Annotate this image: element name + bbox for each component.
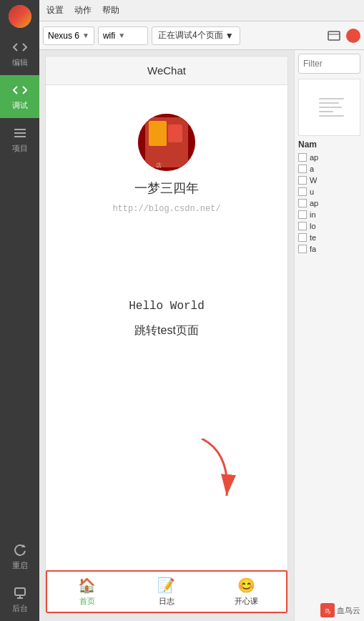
file-checkbox[interactable]: [298, 210, 307, 219]
debug-chevron: ▼: [225, 31, 234, 41]
backend-icon: [12, 585, 28, 601]
watermark-logo: 鸟: [320, 603, 335, 617]
sidebar-debug-label: 调试: [12, 100, 28, 111]
file-name: lo: [310, 222, 316, 230]
tab-home[interactable]: 🏠 首页: [47, 577, 127, 607]
preview-icon[interactable]: [325, 27, 343, 44]
home-icon: 🏠: [78, 577, 96, 594]
network-name: wifi: [103, 31, 115, 41]
watermark: 鸟 血鸟云: [320, 603, 360, 617]
sidebar-bottom: 重启 后台: [0, 535, 39, 621]
right-panel: Nam apaWuapinlotefa: [294, 50, 364, 621]
menu-actions[interactable]: 动作: [74, 4, 92, 16]
svg-rect-4: [15, 588, 25, 595]
menu-settings[interactable]: 设置: [46, 4, 64, 16]
svg-rect-11: [149, 121, 167, 146]
file-item[interactable]: ap: [296, 197, 363, 209]
thumbnail-preview: [298, 79, 360, 136]
filter-input[interactable]: [298, 54, 360, 74]
file-checkbox[interactable]: [298, 233, 307, 242]
file-item[interactable]: a: [296, 163, 363, 175]
svg-text:店: 店: [156, 162, 162, 169]
hello-world-text: Hello World: [129, 300, 205, 313]
file-name: a: [310, 165, 314, 173]
thumb-line-5: [319, 115, 344, 117]
menu-help[interactable]: 帮助: [102, 4, 119, 16]
jump-link-text[interactable]: 跳转test页面: [134, 323, 199, 338]
file-checkbox[interactable]: [298, 176, 307, 185]
network-selector[interactable]: wifi ▼: [98, 26, 148, 45]
debug-status-label: 正在调试4个页面: [158, 29, 223, 41]
file-item[interactable]: ap: [296, 152, 363, 163]
profile-url: http://blog.csdn.net/: [112, 204, 220, 214]
file-checkbox[interactable]: [298, 199, 307, 207]
phone-simulator: WeChat 店 一梦三四年: [45, 56, 288, 614]
sidebar-item-project[interactable]: 项目: [0, 118, 39, 161]
profile-avatar-image: 店: [138, 114, 195, 171]
file-item[interactable]: W: [296, 175, 363, 186]
file-checkbox[interactable]: [298, 165, 307, 173]
avatar-image: [9, 5, 31, 28]
thumb-line-2: [319, 102, 339, 104]
thumb-lines-container: [315, 94, 344, 120]
file-item[interactable]: u: [296, 186, 363, 197]
file-item[interactable]: fa: [296, 243, 363, 255]
top-menu-bar: 设置 动作 帮助: [39, 0, 364, 21]
sidebar-avatar-area: [0, 0, 39, 32]
thumb-line-1: [319, 98, 344, 99]
file-name: fa: [310, 245, 316, 253]
sidebar-item-restart[interactable]: 重启: [0, 535, 39, 578]
project-icon: [12, 125, 28, 141]
file-checkbox[interactable]: [298, 187, 307, 196]
tab-mindmap[interactable]: 😊 开心课: [207, 577, 286, 607]
file-name: ap: [310, 199, 318, 207]
avatar[interactable]: [9, 5, 31, 28]
sidebar: 编辑 调试 项目 重启: [0, 0, 39, 621]
svg-rect-7: [328, 31, 340, 40]
network-chevron: ▼: [118, 31, 125, 39]
file-item[interactable]: te: [296, 232, 363, 243]
tab-diary-label: 日志: [159, 596, 174, 607]
restart-icon: [12, 542, 28, 558]
file-list: apaWuapinlotefa: [295, 152, 364, 255]
record-button[interactable]: [346, 29, 360, 43]
file-checkbox[interactable]: [298, 222, 307, 230]
toolbar: Nexus 6 ▼ wifi ▼ 正在调试4个页面 ▼: [39, 21, 364, 50]
code-icon: [12, 39, 28, 55]
mindmap-icon: 😊: [237, 577, 255, 594]
debug-icon: [12, 82, 28, 98]
file-item[interactable]: lo: [296, 220, 363, 232]
sidebar-item-debug[interactable]: 调试: [0, 75, 39, 118]
profile-avatar: 店: [138, 114, 195, 171]
svg-rect-12: [168, 124, 182, 142]
phone-tab-bar: 🏠 首页 📝 日志 😊 开心课: [46, 570, 287, 613]
sidebar-item-edit[interactable]: 编辑: [0, 32, 39, 75]
phone-title: WeChat: [46, 57, 287, 85]
tab-mindmap-label: 开心课: [235, 596, 258, 607]
diary-icon: 📝: [157, 577, 175, 594]
device-name: Nexus 6: [48, 31, 79, 41]
file-checkbox[interactable]: [298, 153, 307, 162]
toolbar-right: [325, 27, 360, 44]
file-checkbox[interactable]: [298, 245, 307, 253]
main-area: 设置 动作 帮助 Nexus 6 ▼ wifi ▼ 正在调试4个页面 ▼: [39, 0, 364, 621]
tab-home-label: 首页: [79, 596, 95, 607]
file-name: in: [310, 210, 316, 219]
sidebar-item-backend[interactable]: 后台: [0, 578, 39, 621]
profile-name: 一梦三四年: [134, 180, 199, 197]
watermark-text: 血鸟云: [337, 605, 360, 616]
sidebar-restart-label: 重启: [12, 560, 28, 571]
arrow-indicator: [187, 439, 245, 513]
tab-diary[interactable]: 📝 日志: [127, 577, 206, 607]
content-area: WeChat 店 一梦三四年: [39, 50, 364, 621]
svg-text:鸟: 鸟: [325, 608, 330, 615]
thumb-line-3: [319, 107, 342, 108]
file-name: u: [310, 187, 314, 196]
file-name: te: [310, 233, 316, 242]
file-item[interactable]: in: [296, 209, 363, 220]
file-name: W: [310, 176, 317, 185]
files-name-header: Nam: [295, 137, 364, 152]
device-selector[interactable]: Nexus 6 ▼: [43, 26, 94, 45]
debug-status-button[interactable]: 正在调试4个页面 ▼: [152, 26, 240, 45]
file-name: ap: [310, 153, 318, 162]
